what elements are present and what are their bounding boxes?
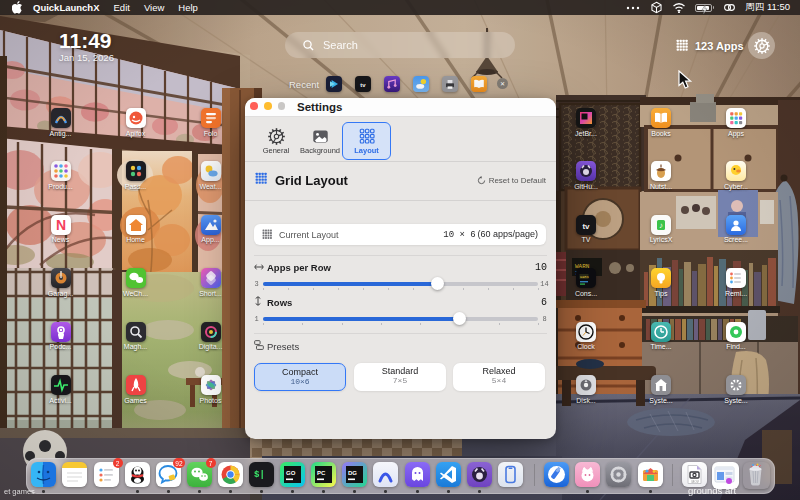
svg-text:tv: tv: [582, 221, 590, 230]
svg-text:MOV: MOV: [691, 480, 699, 484]
svg-text:N: N: [55, 217, 65, 233]
svg-text:DG: DG: [348, 470, 357, 476]
svg-text:♪: ♪: [659, 221, 663, 230]
svg-text:WARN: WARN: [580, 275, 589, 279]
svg-text:$|: $|: [254, 470, 265, 480]
svg-text:GO: GO: [286, 470, 296, 476]
svg-text:PC: PC: [317, 470, 326, 476]
svg-text:tv: tv: [360, 82, 366, 88]
